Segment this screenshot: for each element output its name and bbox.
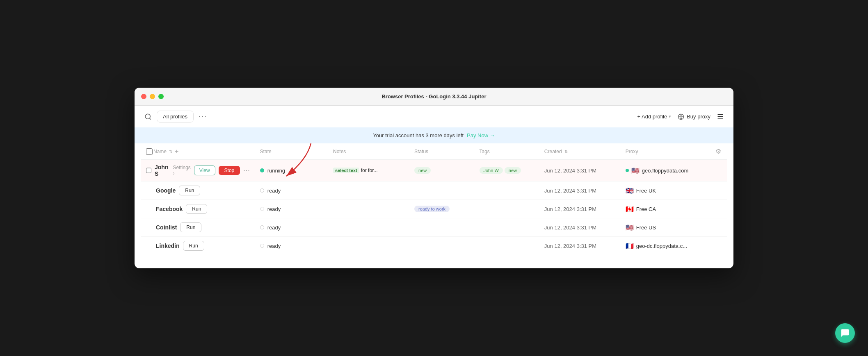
proxy-cell: 🇫🇷geo-dc.floppydata.c... xyxy=(621,237,710,255)
table-row: LinkedinRunreadyJun 12, 2024 3:31 PM🇫🇷ge… xyxy=(141,237,727,255)
row-actions-cell xyxy=(710,200,727,218)
proxy-flag: 🇨🇦 xyxy=(626,205,634,213)
note-highlight: select text xyxy=(333,168,359,173)
status-cell: new xyxy=(409,160,474,181)
table-row: FacebookRunreadyready to workJun 12, 202… xyxy=(141,200,727,218)
proxy-flag: 🇫🇷 xyxy=(626,242,634,250)
table-row: John SSettings ›ViewStop···runningselect… xyxy=(141,160,727,181)
maximize-button[interactable] xyxy=(158,94,164,99)
col-header-created: Created ⇅ xyxy=(539,143,621,160)
name-sort-icon[interactable]: ⇅ xyxy=(169,149,172,154)
row-actions-cell xyxy=(710,218,727,237)
view-button[interactable]: View xyxy=(194,166,215,175)
name-cell: CoinlistRun xyxy=(141,218,255,237)
col-header-proxy: Proxy xyxy=(621,143,710,160)
table-row: CoinlistRunreadyJun 12, 2024 3:31 PM🇺🇸Fr… xyxy=(141,218,727,237)
profile-name: Facebook xyxy=(156,206,183,212)
ready-indicator xyxy=(260,225,264,229)
state-cell: ready xyxy=(255,200,328,218)
run-button[interactable]: Run xyxy=(180,222,201,232)
row-checkbox[interactable] xyxy=(146,167,151,174)
created-sort-icon[interactable]: ⇅ xyxy=(564,149,568,154)
more-options-button[interactable]: ··· xyxy=(243,167,250,174)
status-badge: new xyxy=(414,167,431,174)
proxy-active-dot xyxy=(626,169,629,172)
profiles-table-container: Name ⇅ + State Notes xyxy=(135,143,733,255)
notes-cell xyxy=(328,218,409,237)
more-options-button[interactable]: ··· xyxy=(199,112,207,121)
select-all-checkbox[interactable] xyxy=(146,148,153,155)
tags-cell: John Wnew xyxy=(475,160,539,181)
notes-cell xyxy=(328,181,409,200)
state-cell: ready xyxy=(255,237,328,255)
trial-banner: Your trial account has 3 more days left … xyxy=(135,127,733,143)
status-cell: ready to work xyxy=(409,200,474,218)
trial-message: Your trial account has 3 more days left xyxy=(373,132,464,138)
proxy-flag: 🇬🇧 xyxy=(626,187,634,195)
run-button[interactable]: Run xyxy=(186,204,207,214)
created-cell: Jun 12, 2024 3:31 PM xyxy=(539,200,621,218)
svg-point-0 xyxy=(145,114,150,119)
ready-indicator xyxy=(260,207,264,211)
proxy-cell: 🇺🇸geo.floppydata.com xyxy=(621,160,710,181)
state-label: ready xyxy=(267,243,281,249)
pay-now-link[interactable]: Pay Now → xyxy=(467,132,495,138)
tag-badge: John W xyxy=(480,167,503,174)
running-indicator xyxy=(260,168,264,172)
col-header-state: State xyxy=(255,143,328,160)
proxy-flag: 🇺🇸 xyxy=(626,224,634,231)
settings-link[interactable]: Settings › xyxy=(173,165,190,176)
add-column-button[interactable]: + xyxy=(175,148,178,155)
col-header-notes: Notes xyxy=(328,143,409,160)
buy-proxy-button[interactable]: Buy proxy xyxy=(678,113,710,120)
add-profile-button[interactable]: + Add profile ▾ xyxy=(637,113,672,120)
run-button[interactable]: Run xyxy=(179,186,200,195)
proxy-name: geo-dc.floppydata.c... xyxy=(636,243,687,249)
col-header-status: Status xyxy=(409,143,474,160)
proxy-name: Free US xyxy=(636,224,656,231)
profile-name: Coinlist xyxy=(156,224,177,231)
row-actions-cell xyxy=(710,181,727,200)
proxy-name: Free UK xyxy=(636,188,656,194)
col-header-tags: Tags xyxy=(475,143,539,160)
proxy-cell: 🇺🇸Free US xyxy=(621,218,710,237)
state-label: ready xyxy=(267,206,281,212)
svg-line-1 xyxy=(149,118,151,119)
proxy-name: geo.floppydata.com xyxy=(642,168,688,174)
tags-cell xyxy=(475,237,539,255)
name-cell: FacebookRun xyxy=(141,200,255,218)
name-cell: GoogleRun xyxy=(141,181,255,200)
run-button[interactable]: Run xyxy=(183,241,204,251)
name-cell: LinkedinRun xyxy=(141,237,255,255)
search-button[interactable] xyxy=(144,113,152,120)
profile-name: Google xyxy=(156,187,176,194)
tag-badge: new xyxy=(505,167,521,174)
row-actions-cell xyxy=(710,237,727,255)
minimize-button[interactable] xyxy=(150,94,155,99)
toolbar-right: + Add profile ▾ Buy proxy ☰ xyxy=(637,112,724,121)
status-badge: ready to work xyxy=(414,206,450,212)
status-cell xyxy=(409,237,474,255)
table-settings-button[interactable]: ⚙ xyxy=(715,147,721,155)
profile-name: John S xyxy=(155,164,169,177)
chevron-down-icon: ▾ xyxy=(669,114,671,119)
note-text: for for... xyxy=(361,168,378,173)
close-button[interactable] xyxy=(141,94,146,99)
titlebar: Browser Profiles - GoLogin 3.3.44 Jupite… xyxy=(135,88,733,106)
stop-button[interactable]: Stop xyxy=(219,166,240,175)
col-header-settings: ⚙ xyxy=(710,143,727,160)
tags-cell xyxy=(475,181,539,200)
proxy-cell: 🇨🇦Free CA xyxy=(621,200,710,218)
traffic-lights xyxy=(141,94,164,99)
toolbar: All profiles ··· + Add profile ▾ Buy pro… xyxy=(135,106,733,127)
profiles-table: Name ⇅ + State Notes xyxy=(141,143,727,255)
tags-cell xyxy=(475,218,539,237)
table-row: GoogleRunreadyJun 12, 2024 3:31 PM🇬🇧Free… xyxy=(141,181,727,200)
proxy-flag: 🇺🇸 xyxy=(631,167,640,175)
created-cell: Jun 12, 2024 3:31 PM xyxy=(539,237,621,255)
menu-button[interactable]: ☰ xyxy=(717,112,724,121)
profile-name: Linkedin xyxy=(156,243,180,249)
notes-cell xyxy=(328,237,409,255)
all-profiles-button[interactable]: All profiles xyxy=(157,111,194,122)
proxy-name: Free CA xyxy=(636,206,656,212)
